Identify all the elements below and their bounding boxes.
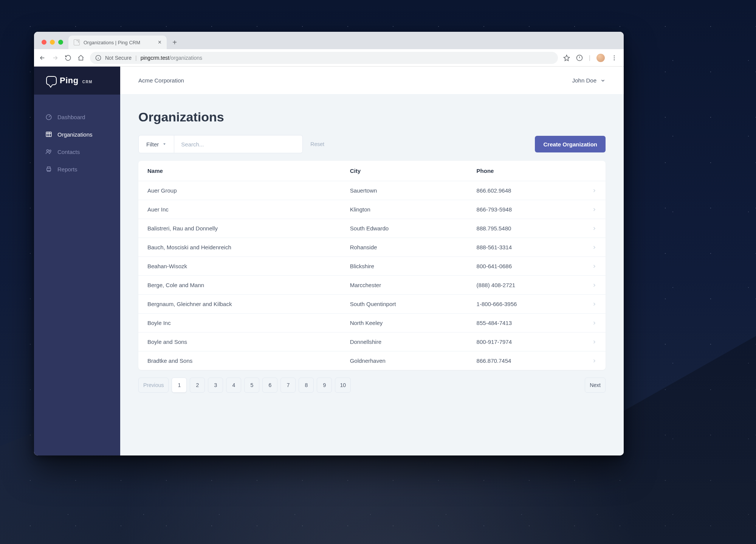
kebab-menu-icon[interactable] <box>611 54 618 61</box>
url-path: /organizations <box>169 55 202 61</box>
pagination-page-9[interactable]: 9 <box>317 378 332 393</box>
reload-button[interactable] <box>64 54 72 62</box>
sidebar-item-label: Dashboard <box>57 114 85 120</box>
pagination-page-7[interactable]: 7 <box>280 378 296 393</box>
create-organization-button[interactable]: Create Organization <box>535 136 606 152</box>
col-name: Name <box>138 161 341 181</box>
back-button[interactable] <box>39 54 46 62</box>
cell-city: South Quentinport <box>341 295 468 314</box>
col-phone: Phone <box>468 161 583 181</box>
cell-name: Boyle and Sons <box>138 333 341 351</box>
table-row[interactable]: Auer GroupSauertown866.602.9648 <box>138 181 606 200</box>
cell-phone: 888-561-3314 <box>468 238 583 257</box>
user-menu[interactable]: John Doe <box>572 77 606 84</box>
cell-name: Auer Group <box>138 181 341 200</box>
sidebar-item-label: Reports <box>57 166 77 173</box>
cell-phone: 800-917-7974 <box>468 333 583 351</box>
table-row[interactable]: Boyle and SonsDonnellshire800-917-7974 <box>138 333 606 351</box>
svg-rect-9 <box>47 168 51 171</box>
table-row[interactable]: Bauch, Mosciski and HeidenreichRohanside… <box>138 238 606 257</box>
star-icon[interactable] <box>563 54 570 61</box>
info-icon <box>95 55 101 61</box>
chevron-right-icon <box>592 283 596 288</box>
window-minimize-icon[interactable] <box>50 40 55 45</box>
app-root: Ping CRM DashboardOrganizationsContactsR… <box>34 67 624 455</box>
cell-name: Bradtke and Sons <box>138 351 341 370</box>
cell-phone: (888) 408-2721 <box>468 276 583 295</box>
sidebar-item-label: Organizations <box>57 131 93 138</box>
svg-point-3 <box>614 57 615 58</box>
table-row[interactable]: Beahan-WisozkBlickshire800-641-0686 <box>138 257 606 276</box>
current-org-name: Acme Corporation <box>138 77 184 84</box>
cell-phone: 866.602.9648 <box>468 181 583 200</box>
chevron-right-icon <box>592 321 596 325</box>
printer-icon <box>45 166 52 173</box>
pagination-page-10[interactable]: 10 <box>335 378 351 393</box>
sidebar-item-label: Contacts <box>57 149 80 155</box>
cell-phone: 800-641-0686 <box>468 257 583 276</box>
table-row[interactable]: Bergnaum, Gleichner and KilbackSouth Que… <box>138 295 606 314</box>
cell-name: Bauch, Mosciski and Heidenreich <box>138 238 341 257</box>
window-zoom-icon[interactable] <box>58 40 63 45</box>
sidebar-item-contacts[interactable]: Contacts <box>34 143 120 160</box>
reset-link[interactable]: Reset <box>310 141 324 147</box>
cell-phone: 1-800-666-3956 <box>468 295 583 314</box>
alert-icon[interactable] <box>576 54 583 61</box>
table-row[interactable]: Bradtke and SonsGoldnerhaven866.870.7454 <box>138 351 606 370</box>
chevron-right-icon <box>592 207 596 212</box>
row-chevron <box>583 295 606 314</box>
brand[interactable]: Ping CRM <box>34 67 120 95</box>
chevron-right-icon <box>592 340 596 344</box>
profile-avatar[interactable] <box>596 54 605 62</box>
pagination-next[interactable]: Next <box>585 378 606 393</box>
pagination-page-4[interactable]: 4 <box>226 378 241 393</box>
svg-point-7 <box>46 149 48 151</box>
table-row[interactable]: Berge, Cole and MannMarcchester(888) 408… <box>138 276 606 295</box>
address-bar[interactable]: Not Secure | pingcrm.test/organizations <box>90 52 558 64</box>
pagination-page-5[interactable]: 5 <box>244 378 259 393</box>
chevron-down-icon <box>600 78 606 83</box>
brand-name: Ping <box>60 76 79 85</box>
row-chevron <box>583 257 606 276</box>
tab-close-icon[interactable]: × <box>158 39 161 45</box>
row-chevron <box>583 219 606 238</box>
chevron-right-icon <box>592 245 596 250</box>
chevron-right-icon <box>592 359 596 363</box>
pagination-page-3[interactable]: 3 <box>208 378 223 393</box>
filter-button[interactable]: Filter <box>138 135 174 153</box>
arrow-right-icon <box>52 54 59 61</box>
cell-city: North Keeley <box>341 314 468 333</box>
chevron-right-icon <box>592 188 596 193</box>
table-row[interactable]: Balistreri, Rau and DonnellySouth Edward… <box>138 219 606 238</box>
col-city: City <box>341 161 468 181</box>
sidebar-item-dashboard[interactable]: Dashboard <box>34 108 120 126</box>
pagination-page-1[interactable]: 1 <box>172 378 187 393</box>
window-close-icon[interactable] <box>42 40 46 45</box>
filter-label: Filter <box>146 141 159 148</box>
svg-point-2 <box>614 55 615 56</box>
pagination: Previous 12345678910 Next <box>138 378 606 393</box>
sidebar-item-organizations[interactable]: Organizations <box>34 126 120 143</box>
table-row[interactable]: Boyle IncNorth Keeley855-484-7413 <box>138 314 606 333</box>
chevron-right-icon <box>592 302 596 306</box>
sidebar: Ping CRM DashboardOrganizationsContactsR… <box>34 67 120 455</box>
brand-logo-icon <box>46 76 57 85</box>
security-status: Not Secure <box>105 55 132 61</box>
table-header-row: Name City Phone <box>138 161 606 181</box>
svg-point-4 <box>614 59 615 60</box>
home-button[interactable] <box>77 54 85 62</box>
cell-city: Donnellshire <box>341 333 468 351</box>
pagination-page-2[interactable]: 2 <box>190 378 205 393</box>
content: Acme Corporation John Doe Organizations … <box>120 67 624 455</box>
new-tab-button[interactable]: + <box>169 37 180 48</box>
pagination-page-8[interactable]: 8 <box>299 378 314 393</box>
organizations-table: Name City Phone Auer GroupSauertown866.6… <box>138 161 606 370</box>
table-row[interactable]: Auer IncKlington866-793-5948 <box>138 200 606 219</box>
sidebar-item-reports[interactable]: Reports <box>34 160 120 178</box>
search-input[interactable] <box>174 135 303 153</box>
browser-tab[interactable]: Organizations | Ping CRM × <box>68 36 167 49</box>
cell-name: Beahan-Wisozk <box>138 257 341 276</box>
pagination-page-6[interactable]: 6 <box>262 378 277 393</box>
cell-city: Marcchester <box>341 276 468 295</box>
cell-name: Bergnaum, Gleichner and Kilback <box>138 295 341 314</box>
